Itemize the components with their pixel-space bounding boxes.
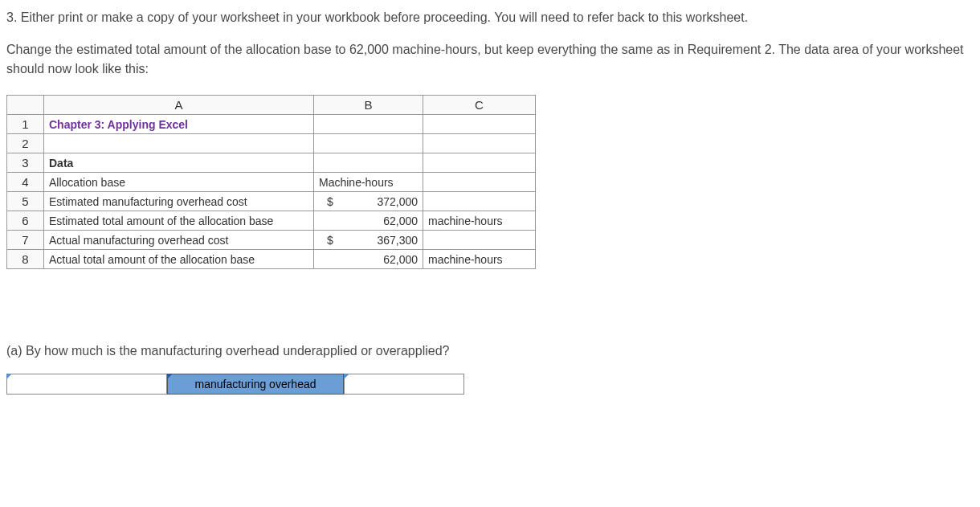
- table-row: 5 Estimated manufacturing overhead cost …: [7, 192, 536, 211]
- col-header-a: A: [44, 96, 314, 115]
- cell-b4: Machine-hours: [314, 173, 423, 192]
- answer-dropdown-2[interactable]: [344, 374, 464, 395]
- table-row: 7 Actual manufacturing overhead cost $36…: [7, 231, 536, 250]
- cell-c7: [423, 231, 536, 250]
- cell-c3: [423, 153, 536, 173]
- cell-c5: [423, 192, 536, 211]
- cell-c6: machine-hours: [423, 211, 536, 231]
- table-row: 4 Allocation base Machine-hours: [7, 173, 536, 192]
- table-row: 1 Chapter 3: Applying Excel: [7, 115, 536, 134]
- spreadsheet-table: A B C 1 Chapter 3: Applying Excel 2 3 Da…: [6, 95, 536, 269]
- instruction-line-1: 3. Either print or make a copy of your w…: [6, 8, 974, 27]
- row-number: 4: [7, 173, 44, 192]
- question-text: (a) By how much is the manufacturing ove…: [6, 341, 974, 361]
- cell-c8: machine-hours: [423, 250, 536, 269]
- cell-a6: Estimated total amount of the allocation…: [44, 211, 314, 231]
- cell-a2: [44, 134, 314, 153]
- cell-b8: 62,000: [314, 250, 423, 269]
- cell-b7: $367,300: [314, 231, 423, 250]
- cell-a5: Estimated manufacturing overhead cost: [44, 192, 314, 211]
- answer-dropdown-1[interactable]: [6, 374, 167, 395]
- table-row: 3 Data: [7, 153, 536, 173]
- cell-a4: Allocation base: [44, 173, 314, 192]
- row-number: 8: [7, 250, 44, 269]
- dollar-sign: $: [319, 234, 333, 247]
- cell-b2: [314, 134, 423, 153]
- row-number: 6: [7, 211, 44, 231]
- table-row: 6 Estimated total amount of the allocati…: [7, 211, 536, 231]
- instruction-line-2: Change the estimated total amount of the…: [6, 40, 974, 79]
- cell-a8: Actual total amount of the allocation ba…: [44, 250, 314, 269]
- row-number: 5: [7, 192, 44, 211]
- cell-c2: [423, 134, 536, 153]
- cell-b6: 62,000: [314, 211, 423, 231]
- cell-b1: [314, 115, 423, 134]
- column-header-row: A B C: [7, 96, 536, 115]
- corner-cell: [7, 96, 44, 115]
- row-number: 3: [7, 153, 44, 173]
- answer-row: manufacturing overhead: [6, 374, 974, 395]
- cell-b3: [314, 153, 423, 173]
- cell-b5: $372,000: [314, 192, 423, 211]
- cell-a3: Data: [44, 153, 314, 173]
- cell-a1: Chapter 3: Applying Excel: [44, 115, 314, 134]
- table-row: 2: [7, 134, 536, 153]
- cell-value: 367,300: [377, 234, 418, 247]
- dollar-sign: $: [319, 195, 333, 208]
- col-header-b: B: [314, 96, 423, 115]
- row-number: 7: [7, 231, 44, 250]
- col-header-c: C: [423, 96, 536, 115]
- cell-a7: Actual manufacturing overhead cost: [44, 231, 314, 250]
- table-row: 8 Actual total amount of the allocation …: [7, 250, 536, 269]
- row-number: 2: [7, 134, 44, 153]
- answer-static-label: manufacturing overhead: [167, 374, 344, 395]
- cell-c1: [423, 115, 536, 134]
- row-number: 1: [7, 115, 44, 134]
- cell-c4: [423, 173, 536, 192]
- cell-value: 372,000: [377, 195, 418, 208]
